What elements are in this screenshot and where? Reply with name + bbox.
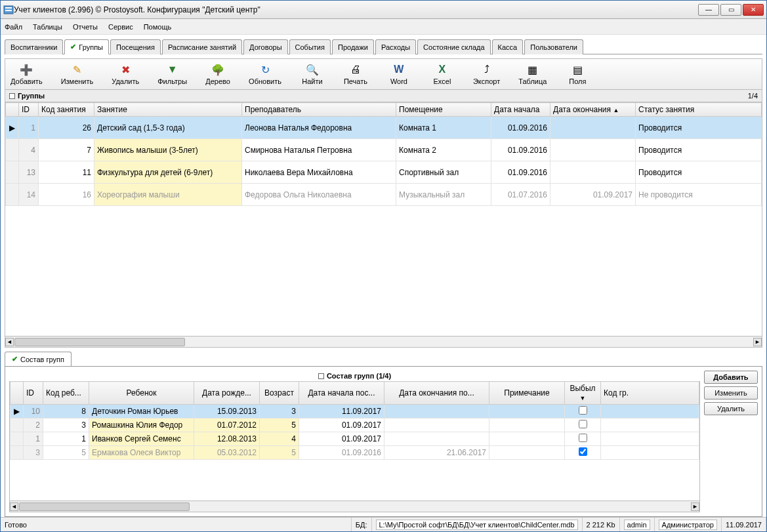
fields-icon: ▤ [571, 63, 584, 76]
members-grid[interactable]: ID Код реб... Ребенок Дата рожде... Возр… [9, 381, 700, 501]
subtab-members[interactable]: ✔Состав групп [5, 352, 72, 366]
col-do[interactable]: Дата окончания ▲ [550, 103, 636, 117]
menu-service[interactable]: Сервис [108, 23, 133, 31]
cell-zan: Живопись малыши (3-5лет) [94, 139, 242, 161]
groups-title: Группы [18, 92, 45, 100]
menu-tables[interactable]: Таблицы [33, 23, 62, 31]
collapse-icon[interactable] [318, 373, 324, 379]
col2-id[interactable]: ID [24, 382, 43, 405]
toolbar-delete-button[interactable]: ✖Удалить [109, 62, 142, 87]
checkbox-vyb[interactable] [579, 434, 587, 442]
tab-stock[interactable]: Состояние склада [417, 39, 490, 54]
groups-hscroll[interactable]: ◄ ► [5, 337, 762, 348]
col2-kr[interactable]: Код реб... [43, 382, 89, 405]
tab-cash[interactable]: Касса [492, 39, 524, 54]
menu-reports[interactable]: Отчеты [73, 23, 98, 31]
groups-counter: 1/4 [748, 92, 758, 100]
table-row[interactable]: 47Живопись малыши (3-5лет)Смирнова Натал… [6, 139, 762, 161]
col2-dr[interactable]: Дата рожде... [194, 382, 260, 405]
toolbar-find-button[interactable]: 🔍Найти [297, 62, 327, 87]
status-user[interactable]: admin [624, 520, 650, 530]
tab-schedule[interactable]: Расписание занятий [162, 39, 242, 54]
members-hscroll[interactable]: ◄ ► [9, 501, 700, 512]
col-st[interactable]: Статус занятия [636, 103, 762, 117]
scroll-thumb[interactable] [14, 338, 185, 346]
toolbar-filters-button[interactable]: ▼Фильтры [155, 62, 190, 87]
tab-visits[interactable]: Посещения [110, 39, 161, 54]
col-kod[interactable]: Код занятия [39, 103, 94, 117]
status-role[interactable]: Администратор [659, 520, 717, 530]
cell-id: 2 [24, 419, 43, 432]
cell-dr: 01.07.2012 [194, 419, 260, 432]
members-edit-button[interactable]: Изменить [704, 386, 758, 399]
scroll-left-icon[interactable]: ◄ [10, 502, 18, 511]
menubar: Файл Таблицы Отчеты Сервис Помощь [1, 19, 766, 35]
toolbar-word-button[interactable]: WWord [384, 62, 414, 87]
checkbox-vyb[interactable] [579, 447, 587, 456]
tab-students[interactable]: Воспитанники [5, 39, 63, 54]
toolbar-edit-button[interactable]: ✎Изменить [58, 62, 96, 87]
table-row[interactable]: ▶126Детский сад (1,5-3 года)Леонова Ната… [6, 117, 762, 139]
checkbox-vyb[interactable] [579, 420, 587, 428]
col2-prim[interactable]: Примечание [489, 382, 565, 405]
table-row[interactable]: 1311Физкультура для детей (6-9лет)Никола… [6, 161, 762, 184]
checkbox-vyb[interactable] [579, 406, 587, 415]
cell-id: 3 [24, 446, 43, 460]
col-id[interactable]: ID [19, 103, 39, 117]
scroll-right-icon[interactable]: ► [753, 338, 762, 346]
scroll-left-icon[interactable]: ◄ [5, 338, 14, 346]
members-add-button[interactable]: Добавить [704, 371, 758, 384]
col2-dnp[interactable]: Дата начала пос... [299, 382, 384, 405]
tab-contracts[interactable]: Договоры [243, 39, 287, 54]
table-row[interactable]: 35Ермакова Олеся Виктор05.03.2012501.09.… [10, 446, 699, 460]
scroll-thumb[interactable] [19, 502, 190, 511]
toolbar-print-button[interactable]: 🖨Печать [341, 62, 371, 87]
col2-reb[interactable]: Ребенок [89, 382, 194, 405]
close-button[interactable]: ✕ [743, 4, 764, 16]
menu-file[interactable]: Файл [5, 23, 22, 31]
status-ready: Готово [1, 518, 352, 531]
cell-id: 13 [19, 161, 39, 184]
menu-help[interactable]: Помощь [144, 23, 172, 31]
members-delete-button[interactable]: Удалить [704, 402, 758, 415]
toolbar-table-button[interactable]: ▦Таблица [516, 62, 549, 87]
col2-voz[interactable]: Возраст [260, 382, 299, 405]
col2-vyb[interactable]: Выбыл ▼ [565, 382, 601, 405]
cell-reb: Ермакова Олеся Виктор [89, 446, 194, 460]
cell-st: Проводится [636, 139, 762, 161]
tab-sales[interactable]: Продажи [332, 39, 374, 54]
collapse-icon[interactable] [9, 93, 15, 99]
table-row[interactable]: 11Иванков Сергей Семенс12.08.2013401.09.… [10, 432, 699, 446]
statusbar: Готово БД: L:\My\Простой софт\БД\БД\Учет… [1, 517, 766, 531]
groups-grid[interactable]: ID Код занятия Занятие Преподаватель Пом… [5, 102, 762, 337]
col-dn[interactable]: Дата начала [491, 103, 550, 117]
cell-dr: 05.03.2012 [194, 446, 260, 460]
col-pom[interactable]: Помещение [396, 103, 491, 117]
col2-dop[interactable]: Дата окончания по... [384, 382, 489, 405]
col-prep[interactable]: Преподаватель [242, 103, 396, 117]
status-size: 2 212 Kb [583, 518, 620, 531]
tab-expenses[interactable]: Расходы [375, 39, 416, 54]
status-db-path[interactable]: L:\My\Простой софт\БД\БД\Учет клиентов\C… [376, 520, 578, 530]
table-row[interactable]: ▶108Деточкин Роман Юрьев15.09.2013311.09… [10, 405, 699, 419]
col2-kg[interactable]: Код гр. [601, 382, 699, 405]
minimize-button[interactable]: — [698, 4, 719, 16]
toolbar-refresh-button[interactable]: ↻Обновить [246, 62, 284, 87]
toolbar-excel-button[interactable]: XExcel [427, 62, 457, 87]
toolbar-tree-button[interactable]: 🌳Дерево [203, 62, 233, 87]
check-icon: ✔ [12, 355, 18, 363]
cell-voz: 5 [260, 446, 299, 460]
table-row[interactable]: 23Ромашкина Юлия Федор01.07.2012501.09.2… [10, 419, 699, 432]
col-zan[interactable]: Занятие [94, 103, 242, 117]
table-row[interactable]: 1416Хореография малышиФедорова Ольга Ник… [6, 184, 762, 206]
tab-users[interactable]: Пользователи [524, 39, 583, 54]
maximize-button[interactable]: ▭ [720, 4, 741, 16]
toolbar-export-button[interactable]: ⤴Экспорт [470, 62, 503, 87]
export-icon: ⤴ [480, 63, 493, 76]
toolbar-add-button[interactable]: ➕Добавить [8, 62, 45, 87]
toolbar-fields-button[interactable]: ▤Поля [562, 62, 592, 87]
tab-groups[interactable]: ✔Группы [64, 39, 109, 54]
scroll-right-icon[interactable]: ► [691, 502, 699, 511]
cell-kod: 11 [39, 161, 94, 184]
tab-events[interactable]: События [289, 39, 331, 54]
